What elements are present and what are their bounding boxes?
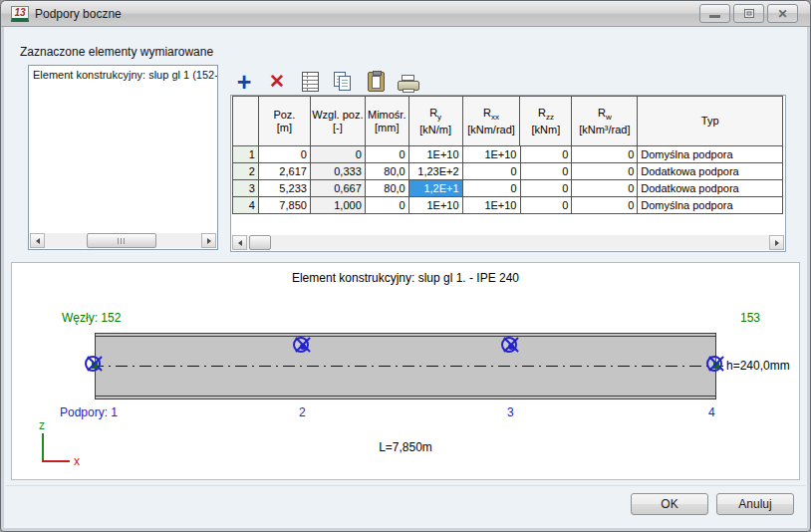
row-number[interactable]: 3 [233, 180, 259, 197]
cell-wzgl[interactable]: 1,000 [311, 197, 366, 214]
cell-rxx[interactable]: 0 [463, 180, 521, 197]
cell-rzz[interactable]: 0 [521, 197, 573, 214]
table-row: 1 0 0 0 1E+10 1E+10 0 0 Domyślna podpora [233, 146, 783, 163]
row-number[interactable]: 2 [233, 163, 259, 180]
scroll-thumb[interactable] [87, 233, 156, 248]
print-button[interactable] [397, 70, 420, 94]
cell-ry[interactable]: 1E+10 [409, 197, 463, 214]
table-row: 2 2,617 0,333 80,0 1,23E+2 0 0 0 Dodatko… [233, 163, 783, 180]
beam-diagram: Element konstrukcyjny: slup gl 1. - IPE … [11, 262, 800, 480]
cell-poz[interactable]: 5,233 [259, 180, 311, 197]
cell-ry[interactable]: 1,23E+2 [409, 163, 463, 180]
copy-icon [334, 72, 352, 92]
scroll-right-icon[interactable] [769, 235, 784, 250]
paste-button[interactable] [364, 70, 388, 94]
dialog-window: 13 Podpory boczne ✕ Zaznaczone elementy … [0, 0, 811, 532]
list-item[interactable]: Element konstrukcyjny: slup gl 1 (152- [29, 66, 217, 83]
header-ry: Ry[kN/m] [409, 97, 463, 146]
cell-wzgl[interactable]: 0,667 [311, 180, 366, 197]
close-icon: ✕ [777, 8, 787, 20]
restore-button[interactable] [733, 4, 764, 23]
beam-centerline [92, 366, 723, 367]
axis-x-label: x [74, 454, 80, 468]
cell-rzz[interactable]: 0 [521, 180, 573, 197]
selected-cell[interactable]: 1,2E+1 [409, 180, 463, 197]
header-wzgl-poz: Wzgl. poz.[-] [311, 97, 366, 146]
cell-rzz[interactable]: 0 [521, 146, 573, 163]
header-rzz: Rzz[kNm] [520, 97, 572, 146]
axis-z-label: z [39, 418, 45, 432]
support-symbol-1 [85, 356, 101, 372]
plus-icon: + [237, 71, 252, 93]
cell-mimosr[interactable]: 80,0 [366, 180, 409, 197]
header-rw: Rw[kNm³/rad] [572, 97, 638, 146]
supports-label: Podpory: 1 [60, 405, 118, 419]
cell-wzgl[interactable]: 0,333 [311, 163, 366, 180]
support-4-label: 4 [708, 405, 715, 419]
paste-icon [368, 72, 385, 92]
header-rxx: Rxx[kNm/rad] [463, 97, 521, 146]
support-symbol-2 [293, 337, 309, 353]
support-symbol-4 [706, 356, 722, 372]
cancel-button[interactable]: Anuluj [716, 493, 794, 515]
cell-poz[interactable]: 7,850 [259, 197, 311, 214]
table-row: 4 7,850 1,000 0 1E+10 1E+10 0 0 Domyślna… [233, 197, 783, 214]
row-number[interactable]: 1 [233, 146, 259, 163]
diagram-title: Element konstrukcyjny: slup gl 1. - IPE … [12, 271, 799, 285]
cell-rw[interactable]: 0 [572, 163, 638, 180]
cell-rxx[interactable]: 1E+10 [463, 146, 521, 163]
cell-rzz[interactable]: 0 [521, 163, 573, 180]
cell-poz[interactable]: 0 [259, 146, 311, 163]
restore-icon [744, 9, 754, 18]
nodes-label: Węzły: 152 [62, 311, 121, 325]
listbox-hscrollbar[interactable] [30, 233, 216, 248]
cell-mimosr[interactable]: 0 [366, 197, 409, 214]
copy-button[interactable] [331, 70, 355, 94]
support-3-label: 3 [507, 405, 514, 419]
cell-typ[interactable]: Domyślna podpora [638, 197, 783, 214]
cell-ry[interactable]: 1E+10 [409, 146, 463, 163]
cell-wzgl[interactable]: 0 [311, 146, 366, 163]
cell-typ[interactable]: Domyślna podpora [638, 146, 783, 163]
cell-typ[interactable]: Dodatkowa podpora [638, 180, 783, 197]
cell-mimosr[interactable]: 80,0 [366, 163, 409, 180]
print-icon [398, 75, 419, 93]
table-toolbar: + ✕ [232, 68, 420, 96]
close-button[interactable]: ✕ [767, 4, 798, 23]
minimize-button[interactable] [699, 4, 730, 23]
delete-x-icon: ✕ [269, 72, 285, 92]
add-row-button[interactable]: + [232, 70, 256, 94]
supports-table-container: Poz.[m] Wzgl. poz.[-] Mimośr.[mm] Ry[kN/… [230, 95, 786, 252]
header-typ: Typ [638, 97, 783, 146]
ok-button[interactable]: OK [631, 493, 708, 515]
insert-table-button[interactable] [298, 70, 322, 94]
scroll-left-icon[interactable] [232, 235, 247, 250]
cell-mimosr[interactable]: 0 [366, 146, 409, 163]
cell-typ[interactable]: Dodatkowa podpora [638, 163, 783, 180]
header-mimosr: Mimośr.[mm] [366, 97, 409, 146]
cell-poz[interactable]: 2,617 [259, 163, 311, 180]
titlebar[interactable]: 13 Podpory boczne ✕ [1, 1, 810, 27]
cell-rw[interactable]: 0 [572, 180, 638, 197]
scroll-thumb[interactable] [249, 235, 271, 250]
elements-listbox[interactable]: Element konstrukcyjny: slup gl 1 (152- [28, 65, 218, 250]
supports-table: Poz.[m] Wzgl. poz.[-] Mimośr.[mm] Ry[kN/… [232, 96, 783, 214]
app-icon: 13 [11, 6, 29, 22]
length-label: L=7,850m [12, 440, 799, 454]
minimize-icon [709, 15, 720, 18]
cell-rw[interactable]: 0 [572, 197, 638, 214]
delete-row-button[interactable]: ✕ [265, 70, 289, 94]
window-title: Podpory boczne [35, 7, 122, 21]
footer-divider [5, 485, 806, 486]
table-hscrollbar[interactable] [232, 235, 784, 250]
table-grid-icon [302, 72, 319, 92]
scroll-left-icon[interactable] [30, 233, 45, 248]
row-number[interactable]: 4 [233, 197, 259, 214]
cell-rw[interactable]: 0 [572, 146, 638, 163]
scroll-right-icon[interactable] [201, 233, 216, 248]
support-2-label: 2 [299, 405, 306, 419]
cell-rxx[interactable]: 0 [463, 163, 521, 180]
table-header-row: Poz.[m] Wzgl. poz.[-] Mimośr.[mm] Ry[kN/… [233, 97, 783, 146]
support-symbol-3 [501, 337, 517, 353]
cell-rxx[interactable]: 1E+10 [463, 197, 521, 214]
